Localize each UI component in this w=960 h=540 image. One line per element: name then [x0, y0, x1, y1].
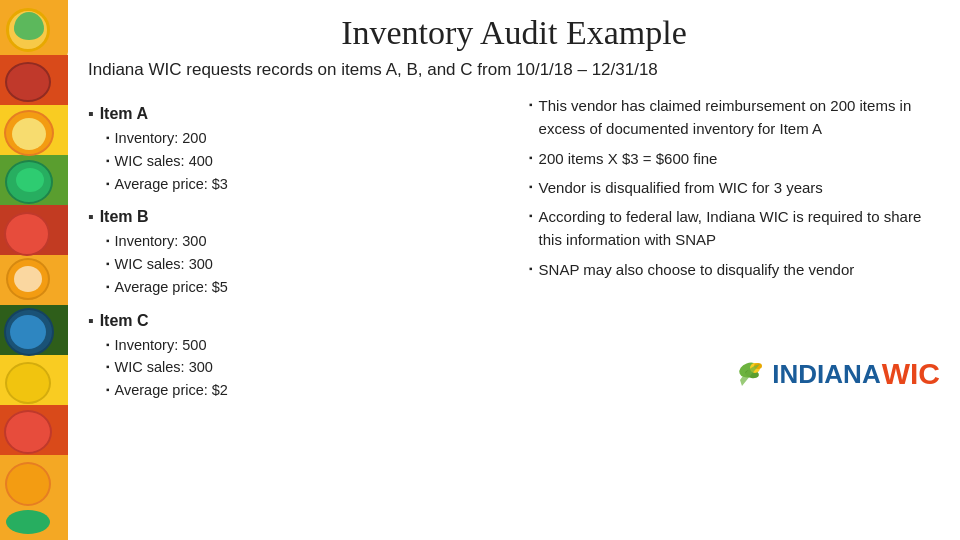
subtitle: Indiana WIC requests records on items A,…	[88, 60, 940, 80]
right-bullet-marker: ▪	[529, 179, 533, 195]
right-bullet-marker: ▪	[529, 208, 533, 224]
right-bullet-marker: ▪	[529, 150, 533, 166]
item-b-bullet: ▪	[88, 205, 94, 229]
sub-bullet: ▪	[106, 256, 110, 271]
item-a-label: Item A	[100, 102, 148, 126]
left-column: ▪ Item A ▪ Inventory: 200 ▪ WIC sales: 4…	[88, 94, 499, 403]
sub-bullet: ▪	[106, 359, 110, 374]
item-b-label: Item B	[100, 205, 149, 229]
item-b-avg-price: ▪ Average price: $5	[106, 277, 499, 299]
right-bullet-5: ▪ SNAP may also choose to disqualify the…	[529, 258, 940, 281]
sub-bullet: ▪	[106, 130, 110, 145]
item-a-header: ▪ Item A	[88, 102, 499, 126]
sub-bullet: ▪	[106, 153, 110, 168]
sub-bullet: ▪	[106, 279, 110, 294]
wic-logo-icon	[730, 358, 768, 396]
item-c-avg-price: ▪ Average price: $2	[106, 380, 499, 402]
item-a-avg-price: ▪ Average price: $3	[106, 174, 499, 196]
item-a-wic-sales: ▪ WIC sales: 400	[106, 151, 499, 173]
item-c-inventory: ▪ Inventory: 500	[106, 335, 499, 357]
right-bullet-3: ▪ Vendor is disqualified from WIC for 3 …	[529, 176, 940, 199]
wic-logo-text: WIC	[882, 351, 940, 398]
item-c-wic-sales: ▪ WIC sales: 300	[106, 357, 499, 379]
sub-bullet: ▪	[106, 176, 110, 191]
item-c-header: ▪ Item C	[88, 309, 499, 333]
right-bullet-2: ▪ 200 items X $3 = $600 fine	[529, 147, 940, 170]
right-column: ▪ This vendor has claimed reimbursement …	[529, 94, 940, 403]
item-b-header: ▪ Item B	[88, 205, 499, 229]
right-bullet-1: ▪ This vendor has claimed reimbursement …	[529, 94, 940, 141]
sub-bullet: ▪	[106, 382, 110, 397]
sub-bullet: ▪	[106, 337, 110, 352]
right-bullet-marker: ▪	[529, 261, 533, 277]
page-title: Inventory Audit Example	[88, 14, 940, 52]
item-b-wic-sales: ▪ WIC sales: 300	[106, 254, 499, 276]
item-b-inventory: ▪ Inventory: 300	[106, 231, 499, 253]
right-bullet-marker: ▪	[529, 97, 533, 113]
item-c-bullet: ▪	[88, 309, 94, 333]
item-a-bullet: ▪	[88, 102, 94, 126]
right-bullet-4: ▪ According to federal law, Indiana WIC …	[529, 205, 940, 252]
indiana-logo-text: INDIANA	[772, 354, 880, 394]
sub-bullet: ▪	[106, 233, 110, 248]
item-c-label: Item C	[100, 309, 149, 333]
food-border	[0, 0, 68, 540]
item-a-inventory: ▪ Inventory: 200	[106, 128, 499, 150]
indiana-wic-logo: INDIANA WIC	[730, 351, 940, 398]
